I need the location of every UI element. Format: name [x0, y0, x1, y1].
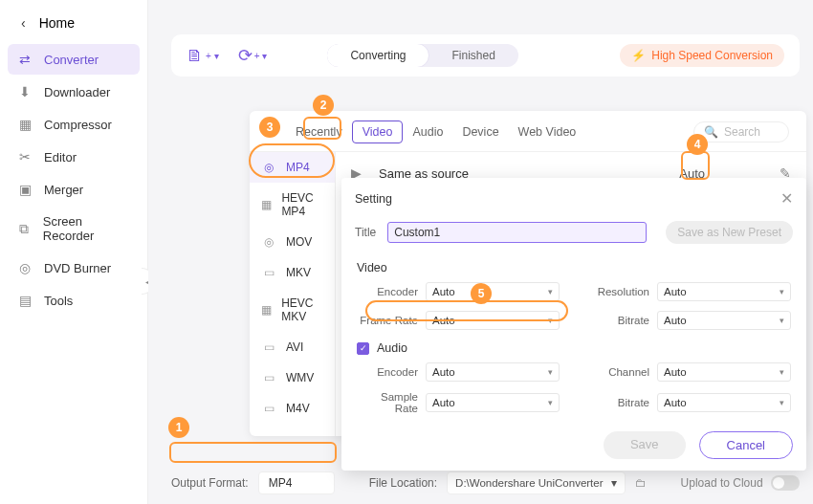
- add-download-button[interactable]: ⟳+ ▾: [238, 45, 268, 66]
- file-location-label: File Location:: [369, 476, 437, 490]
- bottom-bar: Output Format: MP4 File Location: D:\Won…: [171, 471, 800, 494]
- format-item-m4v[interactable]: ▭M4V: [250, 393, 335, 424]
- hevc-icon: ▦: [261, 198, 272, 211]
- tab-finished[interactable]: Finished: [428, 44, 517, 67]
- format-tabs: Recently Video Audio Device Web Video 🔍 …: [250, 111, 806, 152]
- tab-web-video[interactable]: Web Video: [509, 121, 586, 142]
- format-item-avi[interactable]: ▭AVI: [250, 332, 335, 362]
- output-format-select[interactable]: MP4: [258, 471, 335, 494]
- dvd-burner-icon: ◎: [17, 260, 33, 275]
- video-section-header: Video: [357, 261, 793, 274]
- sidebar-item-label: Merger: [44, 183, 83, 197]
- status-tabs: Converting Finished: [327, 44, 517, 67]
- video-resolution-select[interactable]: Auto▾: [657, 282, 791, 301]
- audio-bitrate-select[interactable]: Auto▾: [657, 393, 791, 412]
- upload-cloud-label: Upload to Cloud: [681, 476, 763, 490]
- sidebar-item-dvd-burner[interactable]: ◎ DVD Burner: [8, 252, 140, 283]
- sidebar: ‹ Home ⇄ Converter ⬇ Downloader ▦ Compre…: [0, 0, 148, 504]
- video-frame-rate-select[interactable]: Auto▾: [426, 311, 560, 330]
- sidebar-item-merger[interactable]: ▣ Merger: [8, 174, 140, 205]
- chevron-down-icon: ▾: [611, 476, 617, 490]
- high-speed-label: High Speed Conversion: [651, 49, 773, 62]
- modal-title: Setting: [355, 192, 392, 206]
- sidebar-item-label: Editor: [44, 150, 77, 164]
- audio-bitrate-label: Bitrate: [588, 397, 649, 408]
- film-icon: ▭: [261, 371, 276, 384]
- audio-encoder-select[interactable]: Auto▾: [426, 362, 560, 382]
- tab-recently[interactable]: Recently: [286, 121, 352, 142]
- chevron-left-icon: ‹: [21, 15, 26, 31]
- film-icon: ▭: [261, 266, 276, 279]
- audio-channel-select[interactable]: Auto▾: [657, 362, 791, 382]
- downloader-icon: ⬇: [17, 84, 33, 99]
- sidebar-item-label: Tools: [44, 294, 73, 308]
- format-item-hevc-mkv[interactable]: ▦HEVC MKV: [250, 288, 335, 332]
- title-label: Title: [355, 226, 376, 239]
- encoder-label: Encoder: [357, 286, 418, 297]
- format-list: ◎MP4 ▦HEVC MP4 ◎MOV ▭MKV ▦HEVC MKV ▭AVI …: [250, 152, 336, 436]
- sidebar-item-editor[interactable]: ✂ Editor: [8, 142, 140, 172]
- film-icon: ▭: [261, 402, 276, 415]
- lightning-icon: ⚡: [631, 49, 646, 62]
- title-input[interactable]: [387, 222, 647, 243]
- target-icon: ◎: [261, 161, 276, 174]
- audio-sample-rate-select[interactable]: Auto▾: [426, 393, 560, 412]
- top-toolbar: 🗎+ ▾ ⟳+ ▾ Converting Finished ⚡ High Spe…: [171, 34, 800, 77]
- hevc-icon: ▦: [261, 303, 272, 317]
- sidebar-item-screen-recorder[interactable]: ⧉ Screen Recorder: [8, 207, 140, 251]
- video-encoder-select[interactable]: Auto▾: [426, 282, 560, 301]
- sidebar-item-label: Converter: [44, 53, 99, 67]
- home-label: Home: [39, 15, 75, 31]
- sidebar-item-downloader[interactable]: ⬇ Downloader: [8, 77, 140, 107]
- cancel-button[interactable]: Cancel: [699, 431, 793, 459]
- tab-device[interactable]: Device: [452, 121, 508, 142]
- sidebar-item-converter[interactable]: ⇄ Converter: [8, 44, 140, 75]
- search-placeholder: Search: [724, 125, 760, 139]
- sidebar-item-label: DVD Burner: [44, 261, 111, 275]
- tools-icon: ▤: [17, 293, 33, 308]
- bitrate-label: Bitrate: [588, 315, 649, 326]
- tab-converting[interactable]: Converting: [327, 44, 429, 67]
- sidebar-item-compressor[interactable]: ▦ Compressor: [8, 109, 140, 140]
- resolution-label: Resolution: [588, 286, 649, 297]
- high-speed-button[interactable]: ⚡ High Speed Conversion: [620, 44, 784, 67]
- save-button[interactable]: Save: [604, 431, 686, 459]
- format-search[interactable]: 🔍 Search: [693, 121, 789, 142]
- sidebar-item-label: Compressor: [44, 118, 112, 132]
- folder-icon[interactable]: 🗀: [635, 476, 647, 490]
- tab-audio[interactable]: Audio: [403, 121, 452, 142]
- add-file-button[interactable]: 🗎+ ▾: [187, 46, 219, 66]
- screen-recorder-icon: ⧉: [17, 221, 32, 236]
- file-location-select[interactable]: D:\Wondershare UniConverter▾: [447, 471, 625, 494]
- video-bitrate-select[interactable]: Auto▾: [657, 311, 791, 330]
- output-format-label: Output Format:: [171, 476, 249, 490]
- save-as-preset-button[interactable]: Save as New Preset: [666, 221, 793, 244]
- format-item-mkv[interactable]: ▭MKV: [250, 257, 335, 288]
- channel-label: Channel: [588, 366, 649, 378]
- audio-checkbox[interactable]: ✓: [357, 342, 369, 355]
- setting-modal: Setting ✕ Title Save as New Preset Video…: [341, 178, 806, 471]
- back-home[interactable]: ‹ Home: [0, 0, 147, 44]
- modal-close-button[interactable]: ✕: [780, 189, 793, 208]
- sidebar-item-tools[interactable]: ▤ Tools: [8, 285, 140, 316]
- format-item-mov[interactable]: ◎MOV: [250, 227, 335, 257]
- sidebar-item-label: Screen Recorder: [43, 214, 130, 243]
- search-icon: 🔍: [704, 125, 718, 139]
- tab-video[interactable]: Video: [352, 121, 404, 143]
- compressor-icon: ▦: [17, 117, 33, 132]
- sample-rate-label: Sample Rate: [357, 391, 418, 414]
- format-item-mp4[interactable]: ◎MP4: [250, 152, 335, 183]
- frame-rate-label: Frame Rate: [357, 315, 418, 326]
- converter-icon: ⇄: [17, 52, 33, 67]
- film-icon: ▭: [261, 340, 276, 354]
- format-item-wmv[interactable]: ▭WMV: [250, 362, 335, 393]
- format-item-hevc-mp4[interactable]: ▦HEVC MP4: [250, 183, 335, 227]
- target-icon: ◎: [261, 235, 276, 249]
- audio-section-header: ✓ Audio: [357, 341, 793, 355]
- sidebar-item-label: Downloader: [44, 85, 110, 99]
- audio-encoder-label: Encoder: [357, 366, 418, 378]
- upload-cloud-toggle[interactable]: [771, 475, 800, 491]
- merger-icon: ▣: [17, 182, 33, 197]
- editor-icon: ✂: [17, 149, 33, 164]
